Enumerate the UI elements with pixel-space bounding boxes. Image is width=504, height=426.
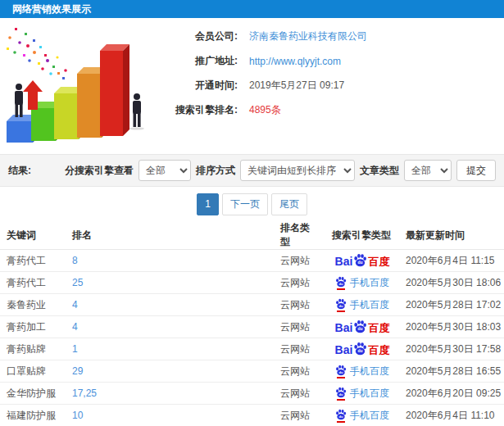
open-time-value: 2019年5月27日 09:17 [249, 79, 344, 93]
table-row: 膏药代工25云网站du手机百度2020年5月30日 18:06 [0, 272, 504, 294]
col-header-rank-type: 排名类型 [274, 221, 325, 250]
updated-cell: 2020年5月30日 17:58 [399, 338, 504, 360]
results-label: 结果: [8, 164, 31, 178]
engine-badge-label: 手机百度 [350, 276, 389, 290]
rank-link[interactable]: 8 [66, 250, 274, 272]
rank-type-cell: 云网站 [274, 360, 325, 383]
open-time-label: 开通时间: [148, 79, 238, 93]
company-label: 会员公司: [148, 29, 238, 43]
engine-badge-baidu-mobile: du手机百度 [335, 365, 389, 378]
pagination: 1 下一页 尾页 [0, 187, 504, 221]
rank-type-cell: 云网站 [274, 316, 325, 338]
engine-badge-label: 手机百度 [350, 298, 389, 312]
updated-cell: 2020年5月28日 16:55 [399, 360, 504, 383]
keyword-cell: 福建防护服 [0, 405, 66, 426]
keyword-cell: 膏药代工 [0, 272, 66, 294]
page-header: 网络营销效果展示 [0, 0, 504, 18]
page-title: 网络营销效果展示 [12, 3, 91, 15]
rank-type-cell: 云网站 [274, 338, 325, 360]
rank-type-cell: 云网站 [274, 405, 325, 426]
engine-view-select[interactable]: 全部 [138, 160, 191, 181]
info-row-open-time: 开通时间: 2019年5月27日 09:17 [148, 79, 367, 93]
baidu-paw-icon: du [335, 298, 347, 310]
confetti-dots [7, 28, 67, 79]
filter-controls: 分搜索引擎查看 全部 排序方式 关键词由短到长排序 文章类型 全部 提交 [65, 160, 496, 181]
updated-cell: 2020年6月4日 11:15 [399, 250, 504, 272]
svg-text:du: du [339, 370, 343, 374]
filter-bar: 结果: 分搜索引擎查看 全部 排序方式 关键词由短到长排序 文章类型 全部 提交 [0, 154, 504, 187]
svg-text:du: du [339, 415, 343, 419]
table-row: 口罩贴牌29云网站du手机百度2020年5月28日 16:55 [0, 360, 504, 383]
updated-cell: 2020年6月4日 11:10 [399, 405, 504, 426]
table-row: 福建防护服10云网站du手机百度2020年6月4日 11:10 [0, 405, 504, 426]
company-link[interactable]: 济南秦鲁药业科技有限公司 [249, 29, 367, 43]
submit-button[interactable]: 提交 [456, 160, 496, 181]
col-header-updated: 最新更新时间 [399, 221, 504, 250]
engine-badge-baidu-pc: Baidu百度 [335, 320, 390, 333]
baidu-underline [337, 377, 345, 378]
engine-badge-baidu-mobile: du手机百度 [335, 276, 389, 290]
rank-link[interactable]: 17,25 [66, 383, 274, 405]
keyword-cell: 膏药代工 [0, 250, 66, 272]
table-row: 膏药代工8云网站Baidu百度2020年6月4日 11:15 [0, 250, 504, 272]
rank-link[interactable]: 29 [66, 360, 274, 383]
baidu-paw-icon: du [335, 276, 347, 288]
keyword-cell: 膏药贴牌 [0, 338, 66, 360]
table-row: 膏药加工4云网站Baidu百度2020年5月30日 18:03 [0, 316, 504, 338]
rank-type-cell: 云网站 [274, 272, 325, 294]
top-section: 会员公司: 济南秦鲁药业科技有限公司 推广地址: http://www.qlyy… [0, 18, 504, 154]
sort-select[interactable]: 关键词由短到长排序 [240, 160, 355, 181]
baidu-paw-icon: du [353, 320, 367, 333]
page-button-current[interactable]: 1 [197, 193, 219, 215]
article-type-label: 文章类型 [360, 164, 399, 178]
rank-link[interactable]: 1 [66, 338, 274, 360]
svg-text:du: du [358, 261, 363, 265]
table-row: 秦鲁药业4云网站du手机百度2020年5月28日 17:02 [0, 294, 504, 316]
bars [7, 44, 129, 143]
svg-text:du: du [339, 282, 343, 286]
engine-badge-baidu-mobile: du手机百度 [335, 298, 389, 312]
engine-badge-baidu-pc: Baidu百度 [335, 342, 390, 356]
info-row-company: 会员公司: 济南秦鲁药业科技有限公司 [148, 29, 367, 43]
businessman-right [129, 93, 144, 130]
keyword-cell: 口罩贴牌 [0, 360, 66, 383]
rank-link[interactable]: 4 [66, 316, 274, 338]
baidu-underline [337, 421, 345, 423]
baidu-underline [337, 288, 345, 290]
updated-cell: 2020年5月30日 18:03 [399, 316, 504, 338]
info-row-rank-count: 搜索引擎排名: 4895条 [148, 103, 367, 117]
rank-link[interactable]: 4 [66, 294, 274, 316]
promo-url-link[interactable]: http://www.qlyyjt.com [249, 56, 341, 67]
col-header-keyword: 关键词 [0, 221, 66, 250]
keyword-cell: 秦鲁药业 [0, 294, 66, 316]
rank-link[interactable]: 25 [66, 272, 274, 294]
promo-url-label: 推广地址: [148, 54, 238, 68]
keyword-cell: 膏药加工 [0, 316, 66, 338]
member-info-panel: 会员公司: 济南秦鲁药业科技有限公司 推广地址: http://www.qlyy… [148, 29, 367, 128]
baidu-underline [337, 310, 345, 312]
info-row-url: 推广地址: http://www.qlyyjt.com [148, 54, 367, 68]
engine-badge-label: 手机百度 [350, 387, 389, 401]
baidu-paw-icon: du [335, 365, 347, 376]
rank-type-cell: 云网站 [274, 294, 325, 316]
svg-text:du: du [339, 304, 343, 308]
baidu-paw-icon: du [335, 387, 347, 398]
engine-badge-label: 手机百度 [350, 409, 389, 423]
businessman-left [15, 84, 23, 117]
svg-text:du: du [358, 327, 363, 331]
next-page-button[interactable]: 下一页 [222, 193, 268, 215]
svg-text:du: du [358, 349, 363, 353]
keyword-rank-table: 关键词 排名 排名类型 搜索引擎类型 最新更新时间 膏药代工8云网站Baidu百… [0, 221, 504, 426]
table-body: 膏药代工8云网站Baidu百度2020年6月4日 11:15膏药代工25云网站d… [0, 250, 504, 426]
keyword-cell: 金华防护服 [0, 383, 66, 405]
engine-view-label: 分搜索引擎查看 [65, 164, 134, 178]
engine-badge-baidu-pc: Baidu百度 [335, 253, 390, 267]
updated-cell: 2020年5月30日 18:06 [399, 272, 504, 294]
article-type-select[interactable]: 全部 [404, 160, 452, 181]
rank-type-cell: 云网站 [274, 250, 325, 272]
engine-badge-baidu-mobile: du手机百度 [335, 409, 389, 423]
baidu-paw-icon: du [335, 409, 347, 420]
rank-link[interactable]: 10 [66, 405, 274, 426]
updated-cell: 2020年5月28日 17:02 [399, 294, 504, 316]
last-page-button[interactable]: 尾页 [271, 193, 307, 215]
